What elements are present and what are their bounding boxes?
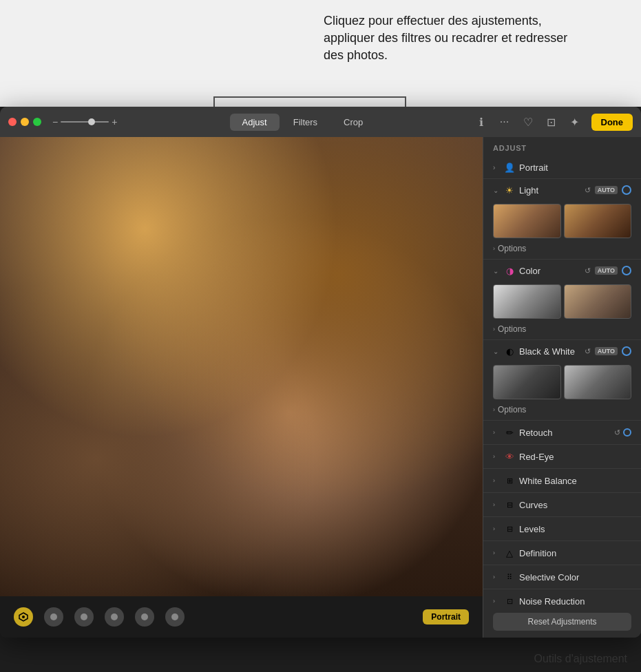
tool-1[interactable] [44,607,63,627]
adjust-item-portrait-header[interactable]: › 👤 Portrait [483,156,641,178]
tab-crop[interactable]: Crop [331,114,375,131]
bottom-label: Outils d'ajustement [534,653,627,665]
color-thumb-1[interactable] [493,284,561,319]
bw-thumb-2[interactable] [564,365,632,399]
tab-adjust[interactable]: Adjust [230,114,280,131]
tool-2[interactable] [74,607,94,627]
color-icon: ◑ [504,265,515,276]
light-label: Light [519,185,580,196]
zoom-minus-icon[interactable]: − [52,116,58,127]
noise-label: Noise Reduction [519,596,631,607]
bw-options-row[interactable]: › Options [483,402,641,420]
color-label: Color [519,266,580,276]
color-toggle[interactable] [622,266,631,275]
reset-button[interactable]: Reset Adjustments [493,613,631,631]
bw-options-chevron: › [493,406,495,413]
adjust-item-color: ⌄ ◑ Color ↺ AUTO › [483,260,641,340]
photo-area: Portrait [0,137,483,638]
noise-chevron: › [493,598,500,605]
adjust-item-redeye[interactable]: › 👁 Red-Eye [483,445,641,469]
adjust-item-noise[interactable]: › ⊡ Noise Reduction [483,589,641,606]
light-thumb-2[interactable] [564,204,632,238]
definition-label: Definition [519,548,631,558]
adjust-item-selective[interactable]: › ⠿ Selective Color [483,565,641,589]
light-auto-badge[interactable]: AUTO [595,186,618,194]
heart-icon[interactable]: ♡ [521,115,535,129]
adjust-item-light-header[interactable]: ⌄ ☀ Light ↺ AUTO [483,179,641,201]
retouch-ctrl: ↺ [614,428,631,437]
share-icon[interactable]: ⊡ [545,115,558,129]
portrait-label: Portrait [519,162,631,173]
info-icon[interactable]: ℹ [474,115,488,129]
retouch-toggle[interactable] [623,428,631,437]
adjust-list: › 👤 Portrait ⌄ ☀ Light ↺ AUTO [483,156,641,606]
tab-filters[interactable]: Filters [281,114,330,131]
zoom-plus-icon[interactable]: + [112,116,117,127]
wb-label: White Balance [519,476,631,486]
color-undo-icon[interactable]: ↺ [585,266,591,275]
done-button[interactable]: Done [591,114,633,131]
adjust-item-color-header[interactable]: ⌄ ◑ Color ↺ AUTO [483,260,641,282]
selective-icon: ⠿ [504,571,515,582]
more-icon[interactable]: ··· [498,115,512,129]
retouch-chevron: › [493,429,500,436]
adjust-item-curves[interactable]: › ⊟ Curves [483,493,641,517]
portrait-badge[interactable]: Portrait [423,609,469,624]
color-options-row[interactable]: › Options [483,322,641,339]
color-chevron: ⌄ [493,267,500,275]
color-options-label: Options [498,324,526,334]
color-auto-badge[interactable]: AUTO [595,266,618,275]
bw-controls: ↺ AUTO [585,346,631,356]
color-options-chevron: › [493,326,495,333]
light-undo-icon[interactable]: ↺ [585,186,591,195]
color-thumb-2[interactable] [564,284,632,319]
noise-icon: ⊡ [504,596,515,606]
bw-toggle[interactable] [622,346,631,356]
tooltip-text: Cliquez pour effectuer des ajustements, … [324,12,585,65]
adjust-panel: ADJUST › 👤 Portrait ⌄ ☀ Light [483,137,641,638]
bw-label: Black & White [519,346,580,357]
adjust-panel-header: ADJUST [483,137,641,156]
close-button[interactable] [8,118,17,126]
tool-4[interactable] [135,607,154,627]
light-thumb-1[interactable] [493,204,561,238]
adjust-item-levels[interactable]: › ⊟ Levels [483,517,641,541]
retouch-undo-icon[interactable]: ↺ [614,428,620,437]
titlebar-icons: ℹ ··· ♡ ⊡ ✦ Done [474,114,633,131]
svg-point-29 [22,616,25,618]
adjust-item-definition[interactable]: › △ Definition [483,541,641,565]
wb-icon: ⊞ [504,475,515,486]
adjust-item-retouch[interactable]: › ✏ Retouch ↺ [483,421,641,445]
bw-thumbnails [483,362,641,402]
bw-thumb-1[interactable] [493,365,561,399]
retouch-icon: ✏ [504,427,515,438]
bw-undo-icon[interactable]: ↺ [585,347,591,356]
magic-icon[interactable]: ✦ [568,115,582,129]
light-options-row[interactable]: › Options [483,241,641,259]
adjust-item-light: ⌄ ☀ Light ↺ AUTO › [483,179,641,260]
tool-3[interactable] [105,607,124,627]
fullscreen-button[interactable] [33,118,41,126]
light-thumbnails [483,201,641,241]
color-thumbnails [483,282,641,322]
redeye-chevron: › [493,453,500,460]
traffic-lights [8,118,41,126]
definition-chevron: › [493,549,500,556]
ar-icon[interactable] [14,607,33,627]
adjust-item-bw-header[interactable]: ⌄ ◐ Black & White ↺ AUTO [483,340,641,362]
definition-icon: △ [504,547,515,558]
zoom-control: − + [52,116,117,127]
zoom-slider[interactable] [61,121,109,123]
minimize-button[interactable] [21,118,29,126]
curves-label: Curves [519,500,631,510]
adjust-item-whitebalance[interactable]: › ⊞ White Balance [483,469,641,493]
photo-tools-left [14,607,185,627]
redeye-icon: 👁 [504,451,515,462]
light-toggle[interactable] [622,185,631,195]
selective-label: Selective Color [519,572,631,582]
adjust-item-bw: ⌄ ◐ Black & White ↺ AUTO [483,340,641,421]
light-options-chevron: › [493,245,495,252]
bw-auto-badge[interactable]: AUTO [595,347,618,355]
tool-5[interactable] [165,607,185,627]
redeye-label: Red-Eye [519,452,631,462]
